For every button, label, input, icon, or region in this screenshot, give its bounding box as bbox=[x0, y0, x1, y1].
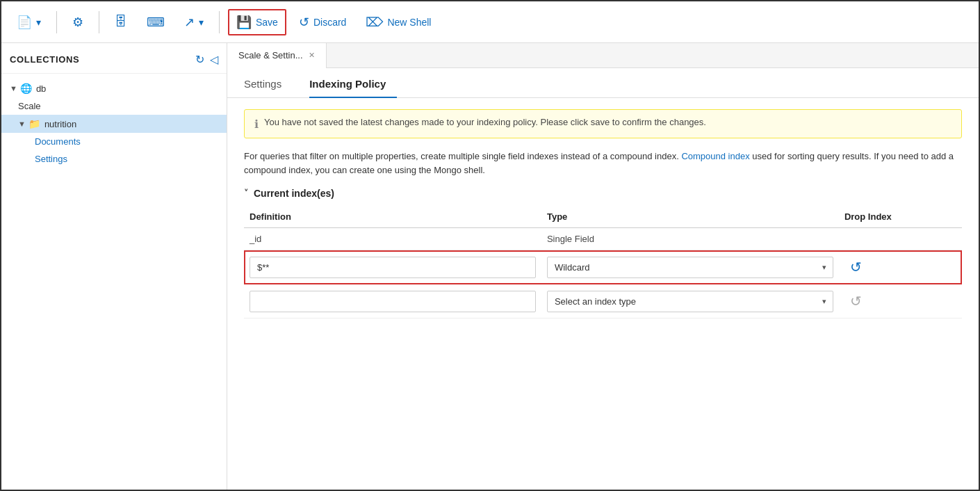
row3-definition-input[interactable] bbox=[250, 291, 536, 312]
warning-banner: ℹ You have not saved the latest changes … bbox=[244, 109, 962, 138]
tab-label: Scale & Settin... bbox=[238, 50, 303, 61]
collapse-icon[interactable]: ◁ bbox=[210, 53, 218, 66]
export-icon: ↗ bbox=[184, 15, 195, 30]
main-layout: COLLECTIONS ↻ ◁ ▼ 🌐 db Scale ▼ 📁 nutriti… bbox=[1, 43, 979, 491]
row2-type-select[interactable]: Wildcard Single Field Select an index ty… bbox=[547, 257, 833, 278]
col-header-drop-index: Drop Index bbox=[839, 207, 962, 228]
import-icon: 🗄 bbox=[115, 15, 127, 29]
sidebar-item-nutrition[interactable]: ▼ 📁 nutrition bbox=[1, 115, 227, 133]
db-icon: 🌐 bbox=[20, 83, 32, 94]
current-indexes-section-header[interactable]: ˅ Current index(es) bbox=[244, 188, 962, 199]
row2-definition bbox=[244, 250, 541, 284]
new-shell-button[interactable]: ⌦ New Shell bbox=[359, 10, 438, 34]
sidebar-header-icons: ↻ ◁ bbox=[195, 53, 218, 66]
page-content: ℹ You have not saved the latest changes … bbox=[227, 98, 979, 491]
sidebar-scale-label: Scale bbox=[18, 101, 41, 111]
row2-type-select-wrapper: Wildcard Single Field Select an index ty… bbox=[547, 257, 833, 278]
terminal-button[interactable]: ⌨ bbox=[140, 10, 172, 34]
warning-text: You have not saved the latest changes ma… bbox=[264, 117, 706, 127]
discard-label: Discard bbox=[313, 17, 346, 28]
collection-icon: 📁 bbox=[28, 118, 40, 129]
new-document-icon: 📄 bbox=[17, 15, 32, 30]
divider-3 bbox=[219, 11, 220, 33]
save-button[interactable]: 💾 Save bbox=[229, 10, 285, 34]
col-header-type: Type bbox=[541, 207, 839, 228]
sidebar-db-label: db bbox=[36, 83, 46, 94]
desc-before-link: For queries that filter on multiple prop… bbox=[244, 151, 681, 161]
refresh-icon[interactable]: ↻ bbox=[195, 53, 204, 66]
collections-title: COLLECTIONS bbox=[10, 54, 79, 65]
new-shell-icon: ⌦ bbox=[366, 15, 383, 30]
discard-icon: ↺ bbox=[299, 15, 309, 30]
tab-scale-settings[interactable]: Scale & Settin... ✕ bbox=[227, 43, 327, 68]
chevron-nutrition: ▼ bbox=[18, 120, 26, 128]
tab-nav-settings[interactable]: Settings bbox=[244, 71, 293, 98]
row3-type-select[interactable]: Select an index type Wildcard Single Fie… bbox=[547, 291, 833, 312]
terminal-icon: ⌨ bbox=[147, 15, 165, 30]
divider-1 bbox=[56, 11, 57, 33]
sidebar-settings-label: Settings bbox=[35, 154, 67, 164]
discard-button[interactable]: ↺ Discard bbox=[292, 10, 353, 34]
warning-icon: ℹ bbox=[254, 118, 259, 131]
content-area: Scale & Settin... ✕ Settings Indexing Po… bbox=[227, 43, 979, 491]
sidebar-item-documents[interactable]: Documents bbox=[1, 133, 227, 150]
export-button[interactable]: ↗ ▾ bbox=[177, 10, 211, 34]
row3-type-select-wrapper: Select an index type Wildcard Single Fie… bbox=[547, 291, 833, 312]
chevron-icon: ▾ bbox=[36, 17, 41, 28]
sidebar-nutrition-label: nutrition bbox=[44, 119, 76, 129]
table-row: Select an index type Wildcard Single Fie… bbox=[244, 284, 962, 319]
new-document-button[interactable]: 📄 ▾ bbox=[10, 10, 48, 34]
import-button[interactable]: 🗄 bbox=[108, 10, 134, 33]
sidebar-item-settings[interactable]: Settings bbox=[1, 150, 227, 168]
description-text: For queries that filter on multiple prop… bbox=[244, 150, 962, 177]
col-header-definition: Definition bbox=[244, 207, 541, 228]
tab-navigation: Settings Indexing Policy bbox=[227, 71, 979, 98]
gear-button[interactable]: ⚙ bbox=[65, 10, 90, 34]
row3-revert-cell: ↺ bbox=[839, 284, 962, 319]
table-row: _id Single Field bbox=[244, 228, 962, 250]
row3-revert-button[interactable]: ↺ bbox=[844, 290, 867, 312]
sidebar-header: COLLECTIONS ↻ ◁ bbox=[1, 43, 227, 74]
gear-icon: ⚙ bbox=[72, 15, 83, 30]
row2-definition-input[interactable] bbox=[250, 257, 536, 278]
sidebar-item-db[interactable]: ▼ 🌐 db bbox=[1, 79, 227, 97]
save-label: Save bbox=[256, 17, 278, 28]
tabs-bar: Scale & Settin... ✕ bbox=[227, 43, 979, 68]
row1-definition: _id bbox=[244, 228, 541, 250]
row2-revert-button[interactable]: ↺ bbox=[844, 256, 867, 278]
sidebar-documents-label: Documents bbox=[35, 136, 81, 147]
index-table: Definition Type Drop Index _id Single Fi… bbox=[244, 207, 962, 319]
tab-nav-indexing-policy[interactable]: Indexing Policy bbox=[309, 71, 397, 98]
sidebar-item-scale[interactable]: Scale bbox=[1, 97, 227, 115]
row3-type-cell: Select an index type Wildcard Single Fie… bbox=[541, 284, 839, 319]
chevron-down-icon: ▾ bbox=[199, 17, 204, 28]
table-header-row: Definition Type Drop Index bbox=[244, 207, 962, 228]
table-row: Wildcard Single Field Select an index ty… bbox=[244, 250, 962, 284]
sidebar: COLLECTIONS ↻ ◁ ▼ 🌐 db Scale ▼ 📁 nutriti… bbox=[1, 43, 227, 491]
sidebar-tree: ▼ 🌐 db Scale ▼ 📁 nutrition Documents Set… bbox=[1, 74, 227, 173]
divider-2 bbox=[99, 11, 99, 33]
section-label: Current index(es) bbox=[254, 188, 334, 199]
new-shell-label: New Shell bbox=[387, 17, 431, 28]
section-chevron: ˅ bbox=[244, 188, 248, 198]
row1-type: Single Field bbox=[541, 228, 839, 250]
save-icon: 💾 bbox=[236, 15, 252, 30]
row1-drop bbox=[839, 228, 962, 250]
row2-type-cell: Wildcard Single Field Select an index ty… bbox=[541, 250, 839, 284]
save-button-wrapper: 💾 Save bbox=[228, 9, 286, 35]
tab-close-icon[interactable]: ✕ bbox=[309, 51, 315, 60]
row3-definition bbox=[244, 284, 541, 319]
toolbar: 📄 ▾ ⚙ 🗄 ⌨ ↗ ▾ 💾 Save ↺ Discard ⌦ New She… bbox=[1, 1, 979, 43]
compound-index-link[interactable]: Compound index bbox=[681, 151, 749, 161]
row2-revert-cell: ↺ bbox=[839, 250, 962, 284]
chevron-db: ▼ bbox=[10, 84, 17, 92]
